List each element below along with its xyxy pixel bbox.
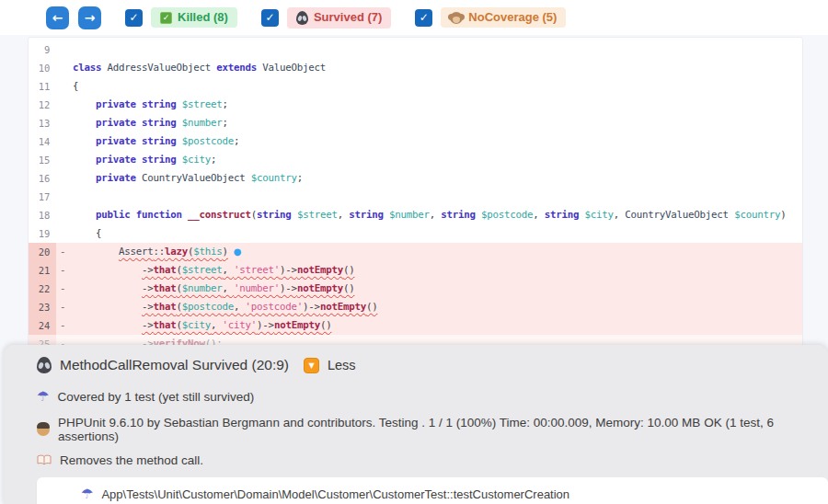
code-text: private string $city; xyxy=(73,151,802,169)
nocoverage-badge-label: NoCoverage (5) xyxy=(468,11,557,24)
diff-marker xyxy=(56,188,73,206)
umbrella-icon: ☂ xyxy=(81,487,93,501)
source-code-viewer: 910class AddressValueObject extends Valu… xyxy=(28,37,803,348)
diff-marker xyxy=(56,59,73,77)
code-line-22[interactable]: 22- ->that($number, 'number')->notEmpty(… xyxy=(29,280,802,298)
line-number: 18 xyxy=(29,206,56,224)
phpunit-output: PHPUnit 9.6.10 by Sebastian Bergmann and… xyxy=(58,416,828,443)
line-number: 14 xyxy=(29,132,56,151)
diff-marker xyxy=(56,96,73,114)
monkey-icon xyxy=(450,12,463,24)
mutation-title-row: MethodCallRemoval Survived (20:9) ▼ Less xyxy=(37,356,828,374)
line-number: 20 xyxy=(29,243,56,261)
code-text xyxy=(73,40,802,59)
diff-marker xyxy=(56,206,73,224)
mutation-detail-panel: MethodCallRemoval Survived (20:9) ▼ Less… xyxy=(4,345,828,504)
umbrella-icon: ☂ xyxy=(37,390,49,404)
code-line-23[interactable]: 23- ->that($postcode, 'postcode')->notEm… xyxy=(29,298,802,316)
line-number: 13 xyxy=(29,114,56,132)
line-number: 12 xyxy=(29,96,56,114)
line-number: 9 xyxy=(29,40,56,59)
code-text: Assert::lazy($this)● xyxy=(73,243,802,261)
code-line-14: 14 private string $postcode; xyxy=(29,132,802,151)
code-line-18: 18 public function __construct(string $s… xyxy=(29,206,802,224)
code-text: { xyxy=(73,77,802,96)
code-line-13: 13 private string $number; xyxy=(29,114,802,132)
diff-marker xyxy=(56,169,73,188)
filter-group-survived: ✓ Survived (7) xyxy=(261,7,391,29)
line-number: 11 xyxy=(29,77,56,96)
line-number: 19 xyxy=(29,224,56,243)
forward-button[interactable]: → xyxy=(78,6,101,29)
diff-marker xyxy=(56,224,73,243)
mutator-description: Removes the method call. xyxy=(60,453,203,467)
code-text xyxy=(73,188,802,206)
killed-check-icon: ✓ xyxy=(160,12,172,24)
diff-marker: - xyxy=(56,316,73,335)
nocoverage-checkbox[interactable]: ✓ xyxy=(415,9,432,27)
line-number: 10 xyxy=(29,59,56,77)
code-text: private string $number; xyxy=(73,114,802,132)
covered-text: Covered by 1 test (yet still survived) xyxy=(57,390,254,404)
diff-marker: - xyxy=(56,243,73,261)
code-line-15: 15 private string $city; xyxy=(29,151,802,169)
code-text: ->that($city, 'city')->notEmpty() xyxy=(73,316,802,335)
code-line-9: 9 xyxy=(29,40,802,59)
diff-marker: - xyxy=(56,280,73,298)
diff-marker xyxy=(56,77,73,96)
diff-marker xyxy=(56,151,73,169)
code-line-21[interactable]: 21- ->that($street, 'street')->notEmpty(… xyxy=(29,261,802,280)
tester-icon xyxy=(37,423,50,436)
collapse-toggle-label[interactable]: Less xyxy=(328,358,356,372)
diff-marker xyxy=(56,132,73,151)
line-number: 23 xyxy=(29,298,56,316)
line-number: 15 xyxy=(29,151,56,169)
code-text: public function __construct(string $stre… xyxy=(73,206,802,224)
code-line-12: 12 private string $street; xyxy=(29,96,802,114)
alien-icon xyxy=(37,357,52,373)
code-text: ->that($number, 'number')->notEmpty() xyxy=(73,280,802,298)
line-number: 21 xyxy=(29,261,56,280)
alien-icon xyxy=(296,11,308,25)
collapse-toggle-icon[interactable]: ▼ xyxy=(304,358,319,373)
line-number: 17 xyxy=(29,188,56,206)
code-line-24[interactable]: 24- ->that($city, 'city')->notEmpty() xyxy=(29,316,802,335)
survived-badge-label: Survived (7) xyxy=(314,11,382,24)
diff-marker xyxy=(56,114,73,132)
code-line-20[interactable]: 20- Assert::lazy($this)● xyxy=(29,243,802,261)
code-text: class AddressValueObject extends ValueOb… xyxy=(73,59,802,77)
code-text: private string $postcode; xyxy=(73,132,802,151)
covering-test-name: App\Tests\Unit\Customer\Domain\Model\Cus… xyxy=(101,487,569,501)
mutator-description-row: Removes the method call. xyxy=(37,453,828,467)
code-text: private string $street; xyxy=(73,96,802,114)
covering-test-item[interactable]: ☂ App\Tests\Unit\Customer\Domain\Model\C… xyxy=(37,477,828,504)
code-text: private CountryValueObject $country; xyxy=(73,169,802,188)
line-number: 16 xyxy=(29,169,56,188)
survived-badge[interactable]: Survived (7) xyxy=(287,7,391,29)
phpunit-row: PHPUnit 9.6.10 by Sebastian Bergmann and… xyxy=(37,416,828,443)
killed-badge[interactable]: ✓ Killed (8) xyxy=(151,7,237,28)
code-line-10: 10class AddressValueObject extends Value… xyxy=(29,59,802,77)
line-number: 22 xyxy=(29,280,56,298)
filter-toolbar: ← → ✓ ✓ Killed (8) ✓ Survived (7) ✓ NoCo… xyxy=(0,0,828,35)
line-number: 24 xyxy=(29,316,56,335)
code-lines: 910class AddressValueObject extends Valu… xyxy=(29,40,802,348)
back-button[interactable]: ← xyxy=(46,6,69,29)
code-line-16: 16 private CountryValueObject $country; xyxy=(29,169,802,188)
code-line-17: 17 xyxy=(29,188,802,206)
killed-checkbox[interactable]: ✓ xyxy=(125,9,143,27)
nocoverage-badge[interactable]: NoCoverage (5) xyxy=(441,7,566,28)
covered-row: ☂ Covered by 1 test (yet still survived) xyxy=(37,390,828,404)
book-icon xyxy=(37,454,52,466)
code-line-19: 19 { xyxy=(29,224,802,243)
diff-marker: - xyxy=(56,298,73,316)
mutation-title: MethodCallRemoval Survived (20:9) xyxy=(60,357,289,373)
diff-marker xyxy=(56,40,73,59)
survived-checkbox[interactable]: ✓ xyxy=(261,9,279,27)
filter-group-killed: ✓ ✓ Killed (8) xyxy=(125,7,237,28)
code-text: ->that($street, 'street')->notEmpty() xyxy=(73,261,802,280)
code-text: ->that($postcode, 'postcode')->notEmpty(… xyxy=(73,298,802,316)
filter-group-nocoverage: ✓ NoCoverage (5) xyxy=(415,7,566,28)
mutation-dot-icon[interactable]: ● xyxy=(234,246,241,257)
killed-badge-label: Killed (8) xyxy=(178,11,228,24)
